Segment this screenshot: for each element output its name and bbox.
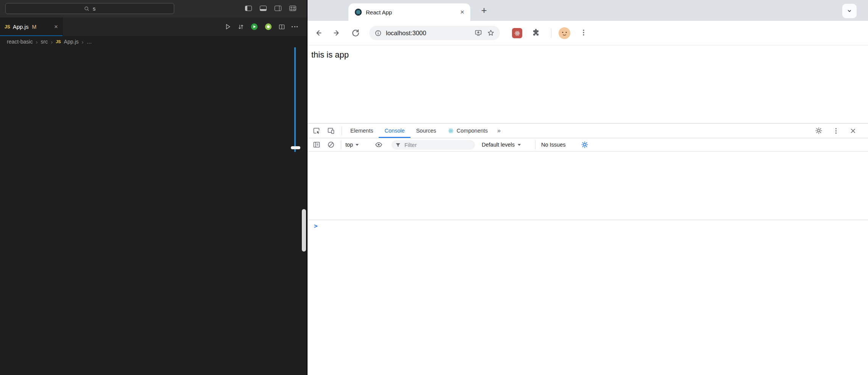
console-filter[interactable] [392, 140, 475, 150]
close-tab-icon[interactable]: × [54, 23, 58, 31]
prompt-chevron: > [314, 222, 318, 230]
tab-label: Console [384, 128, 404, 134]
tab-title: React App [366, 9, 392, 16]
tab-elements[interactable]: Elements [345, 123, 379, 138]
tab-label: Elements [350, 128, 373, 134]
omnibox-actions [475, 29, 495, 37]
devtools-panel: Elements Console Sources Components » [308, 123, 868, 375]
overview-ruler-modified [294, 47, 296, 152]
breadcrumb-separator: › [36, 39, 37, 45]
context-selector[interactable]: top [345, 138, 359, 151]
separator [535, 141, 535, 149]
site-info-icon[interactable] [375, 30, 382, 37]
extensions-puzzle-icon[interactable] [532, 28, 540, 37]
breadcrumb-item[interactable]: App.js [64, 39, 79, 45]
breadcrumb-separator: › [51, 39, 53, 45]
filter-input[interactable] [404, 142, 466, 148]
tab-label: Components [457, 128, 488, 134]
window-layout-controls [245, 6, 296, 11]
profile-avatar[interactable] [559, 27, 570, 39]
live-expression-eye-icon[interactable] [375, 141, 382, 148]
devtools-topbar: Elements Console Sources Components » [308, 123, 868, 138]
screen: s JS App.js M × [0, 0, 868, 375]
breadcrumb-separator: › [82, 39, 84, 45]
split-editor-icon[interactable] [279, 24, 285, 30]
code-runner-play-icon[interactable] [251, 23, 258, 30]
close-devtools-icon[interactable] [849, 127, 857, 134]
install-app-icon[interactable] [475, 29, 482, 37]
breadcrumb-item[interactable]: src [41, 39, 48, 45]
javascript-file-icon: JS [5, 24, 10, 30]
javascript-file-icon: JS [56, 39, 61, 44]
inspect-element-icon[interactable] [313, 127, 320, 134]
address-bar[interactable]: localhost:3000 [369, 26, 500, 40]
minimap-slider[interactable] [291, 146, 300, 149]
breadcrumb-item[interactable]: react-basic [7, 39, 33, 45]
react-favicon [354, 8, 362, 16]
bookmark-star-icon[interactable] [487, 29, 495, 37]
tab-components[interactable]: Components [442, 123, 493, 138]
green-extension-icon[interactable] [265, 23, 272, 30]
page-heading: this is app [311, 50, 349, 60]
toolbar-separator [551, 28, 551, 38]
command-center-search[interactable]: s [5, 3, 174, 14]
console-settings-gear-icon[interactable] [581, 141, 589, 148]
issues-counter[interactable]: No Issues [541, 138, 565, 151]
page-content: this is app [308, 45, 868, 123]
editor-more-actions-icon[interactable] [292, 24, 298, 30]
separator [341, 141, 341, 149]
editor-actions [225, 17, 298, 36]
tab-appjs[interactable]: JS App.js M × [0, 17, 63, 36]
code-editor[interactable] [0, 47, 307, 375]
close-tab-icon[interactable]: × [460, 8, 464, 16]
run-file-icon[interactable] [225, 23, 231, 30]
vscode-window: s JS App.js M × [0, 0, 307, 375]
console-sidebar-icon[interactable] [313, 141, 320, 148]
toggle-secondary-sidebar-icon[interactable] [275, 6, 281, 11]
issues-label: No Issues [541, 142, 565, 148]
log-levels-selector[interactable]: Default levels [482, 138, 521, 151]
editor-scrollbar[interactable] [302, 209, 306, 252]
react-icon [448, 128, 454, 134]
browser-toolbar: localhost:3000 [308, 21, 868, 45]
devtools-controls [815, 123, 857, 138]
clear-console-icon[interactable] [327, 141, 335, 148]
breadcrumb[interactable]: react-basic›src›JSApp.js›… [0, 36, 307, 47]
tab-strip: React App × + [308, 0, 868, 21]
vscode-titlebar: s [0, 0, 307, 17]
separator [342, 127, 342, 135]
tab-list-chevron-button[interactable] [842, 4, 857, 18]
reload-icon[interactable] [351, 29, 360, 37]
console-toolbar: top Default levels No Issues [308, 138, 868, 152]
device-toolbar-icon[interactable] [327, 127, 335, 134]
modified-badge: M [32, 24, 36, 30]
chevron-down-icon [518, 144, 521, 146]
chevron-down-icon [846, 8, 852, 14]
browser-menu-kebab-icon[interactable] [580, 29, 587, 36]
devtools-tabs: Elements Console Sources Components » [345, 123, 504, 138]
forward-icon[interactable] [333, 29, 341, 37]
more-tabs-icon[interactable]: » [493, 123, 504, 138]
editor-tab-bar: JS App.js M × [0, 17, 307, 36]
browser-tab[interactable]: React App × [348, 3, 470, 21]
new-tab-button[interactable]: + [477, 3, 491, 17]
customize-layout-icon[interactable] [289, 6, 296, 11]
levels-label: Default levels [482, 142, 515, 148]
toggle-panel-icon[interactable] [260, 6, 267, 11]
filter-funnel-icon [395, 142, 401, 148]
breadcrumb-item[interactable]: … [87, 39, 92, 45]
tab-label: Sources [416, 128, 436, 134]
sync-arrows-icon[interactable] [238, 24, 244, 30]
toggle-sidebar-icon[interactable] [245, 6, 252, 11]
react-devtools-extension-icon[interactable] [512, 28, 522, 38]
console-settings-panel [308, 152, 868, 220]
console-prompt[interactable]: > [308, 220, 868, 231]
context-label: top [345, 142, 353, 148]
back-icon[interactable] [314, 29, 323, 37]
devtools-menu-kebab-icon[interactable] [832, 127, 840, 134]
chevron-down-icon [356, 144, 359, 146]
tab-sources[interactable]: Sources [411, 123, 442, 138]
chrome-window: React App × + localhost:3000 [308, 0, 868, 375]
tab-console[interactable]: Console [379, 123, 410, 138]
settings-gear-icon[interactable] [815, 127, 823, 134]
